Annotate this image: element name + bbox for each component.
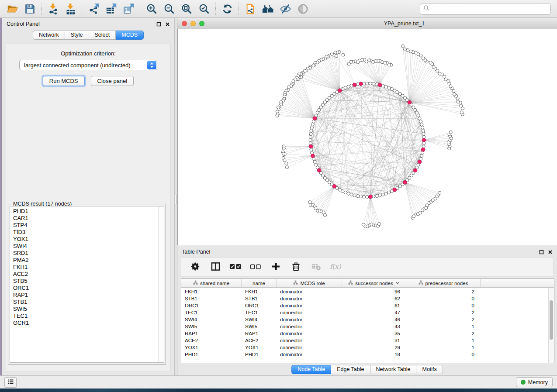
- mcds-node-item[interactable]: SWI5: [13, 306, 158, 313]
- zoom-selected-button[interactable]: [195, 1, 213, 16]
- table-cell: ACE2: [242, 338, 277, 343]
- table-cell: YOX1: [181, 345, 242, 350]
- mcds-node-item[interactable]: ACE2: [13, 271, 158, 278]
- float-panel-icon[interactable]: [156, 21, 161, 27]
- column-header-name[interactable]: name: [242, 279, 277, 287]
- table-cell: dominator: [277, 303, 342, 308]
- network-window-titlebar: YPA_prune.txt_1: [177, 18, 557, 29]
- mcds-node-item[interactable]: PHD1: [13, 208, 158, 215]
- delete-column-button[interactable]: [288, 259, 304, 275]
- mcds-node-item[interactable]: STB1: [13, 299, 158, 306]
- export-image-button[interactable]: [120, 1, 137, 16]
- mcds-node-item[interactable]: PMA2: [13, 257, 158, 264]
- mcds-list-scrollbar[interactable]: [158, 206, 164, 362]
- column-header-successor-nodes[interactable]: successor nodes: [342, 279, 406, 287]
- show-all-button[interactable]: [294, 1, 311, 16]
- zoom-in-button[interactable]: [143, 1, 160, 16]
- window-close-light[interactable]: [182, 21, 187, 26]
- close-panel-icon[interactable]: [165, 21, 170, 27]
- import-network-button[interactable]: [44, 1, 62, 16]
- select-all-rows-button[interactable]: [228, 259, 243, 275]
- mcds-panel: Optimization criterion: largest connecte…: [6, 44, 171, 372]
- tab-network-table[interactable]: Network Table: [370, 365, 417, 374]
- column-label: MCDS role: [300, 281, 325, 286]
- task-history-button[interactable]: [4, 377, 17, 388]
- tab-select[interactable]: Select: [89, 31, 116, 40]
- zoom-fit-button[interactable]: [178, 1, 195, 16]
- column-label: successor nodes: [355, 281, 393, 286]
- zoom-out-icon: [163, 3, 175, 15]
- table-cell: dominator: [277, 317, 342, 322]
- table-row[interactable]: FKH1FKH1dominator962: [181, 288, 554, 295]
- tab-node-table[interactable]: Node Table: [291, 365, 331, 374]
- column-header-shared-name[interactable]: shared name: [181, 279, 242, 287]
- column-header-MCDS-role[interactable]: MCDS role: [277, 279, 342, 287]
- zoom-in-icon: [146, 3, 158, 15]
- table-row[interactable]: STB1STB1dominator620: [181, 295, 554, 302]
- apply-layout-button[interactable]: [218, 1, 236, 16]
- table-row[interactable]: RAP1RAP1dominator352: [181, 330, 554, 337]
- mcds-node-item[interactable]: TEC1: [13, 313, 158, 320]
- table-row[interactable]: SWI5SWI5connector431: [181, 323, 554, 330]
- mcds-node-item[interactable]: SRD1: [13, 250, 158, 257]
- table-scrollbar[interactable]: [548, 288, 554, 363]
- network-canvas[interactable]: [177, 29, 557, 245]
- search-input[interactable]: [432, 5, 547, 12]
- deselect-all-rows-button[interactable]: [248, 259, 263, 275]
- export-table-button[interactable]: [102, 1, 120, 16]
- vertical-splitter[interactable]: [174, 18, 177, 375]
- memory-button[interactable]: Memory: [516, 377, 553, 387]
- table-row[interactable]: PHD1PHD1dominator180: [181, 351, 554, 358]
- table-cell: STB1: [242, 296, 277, 301]
- network-view-window: YPA_prune.txt_1: [177, 18, 557, 245]
- node-table: shared namenameMCDS rolesuccessor nodesp…: [181, 279, 554, 363]
- window-zoom-light[interactable]: [199, 21, 204, 26]
- save-session-button[interactable]: [21, 1, 38, 16]
- mcds-node-item[interactable]: FKH1: [13, 264, 158, 271]
- mcds-node-item[interactable]: STB5: [13, 278, 158, 285]
- close-table-panel-icon[interactable]: [547, 249, 553, 254]
- open-file-button[interactable]: [3, 1, 21, 16]
- mcds-node-item[interactable]: RAP1: [13, 292, 158, 299]
- window-minimize-light[interactable]: [190, 21, 196, 26]
- zoom-out-button[interactable]: [160, 1, 178, 16]
- tab-network[interactable]: Network: [33, 31, 65, 40]
- float-table-panel-icon[interactable]: [539, 249, 544, 254]
- toolbar-separator: [239, 3, 239, 15]
- mcds-node-item[interactable]: SWI4: [13, 243, 158, 250]
- tab-edge-table[interactable]: Edge Table: [331, 365, 370, 374]
- table-cell: 61: [342, 303, 406, 308]
- table-row[interactable]: YOX1YOX1connector291: [181, 344, 554, 351]
- column-header-predecessor-nodes[interactable]: predecessor nodes: [406, 279, 481, 287]
- table-cell: 46: [342, 317, 406, 322]
- table-scrollbar-thumb[interactable]: [550, 300, 553, 340]
- table-row[interactable]: ACE2ACE2connector311: [181, 337, 554, 344]
- run-mcds-button[interactable]: Run MCDS: [43, 76, 85, 86]
- first-neighbors-button[interactable]: [259, 1, 277, 16]
- main-toolbar: [0, 0, 557, 18]
- mcds-node-item[interactable]: CAR1: [13, 215, 158, 222]
- toggle-columns-button[interactable]: [208, 259, 223, 275]
- table-cell: FKH1: [242, 289, 277, 294]
- mcds-node-item[interactable]: ORC1: [13, 285, 158, 292]
- add-column-button[interactable]: [268, 259, 284, 275]
- close-panel-button[interactable]: Close panel: [91, 76, 134, 86]
- hide-selected-button[interactable]: [277, 1, 294, 16]
- tab-motifs[interactable]: Motifs: [416, 365, 443, 374]
- mcds-node-item[interactable]: YOX1: [13, 236, 158, 243]
- mcds-node-item[interactable]: GCR1: [13, 320, 158, 327]
- splitter-grip[interactable]: [175, 195, 177, 204]
- tab-mcds[interactable]: MCDS: [116, 31, 144, 40]
- mcds-node-item[interactable]: TID3: [13, 229, 158, 236]
- tab-style[interactable]: Style: [65, 31, 89, 40]
- table-row[interactable]: SWI4SWI4dominator462: [181, 316, 554, 323]
- table-settings-button[interactable]: [187, 259, 203, 275]
- new-network-from-selection-button[interactable]: [242, 1, 259, 16]
- control-panel: Control Panel NetworkStyleSelectMCDS Opt…: [2, 18, 174, 375]
- table-row[interactable]: TEC1TEC1connector472: [181, 309, 554, 316]
- mcds-node-item[interactable]: STP4: [13, 222, 158, 229]
- export-network-button[interactable]: [85, 1, 102, 16]
- import-table-button[interactable]: [62, 1, 79, 16]
- table-row[interactable]: ORC1ORC1dominator610: [181, 302, 554, 309]
- optimization-criterion-select[interactable]: largest connected component (undirected): [19, 60, 157, 70]
